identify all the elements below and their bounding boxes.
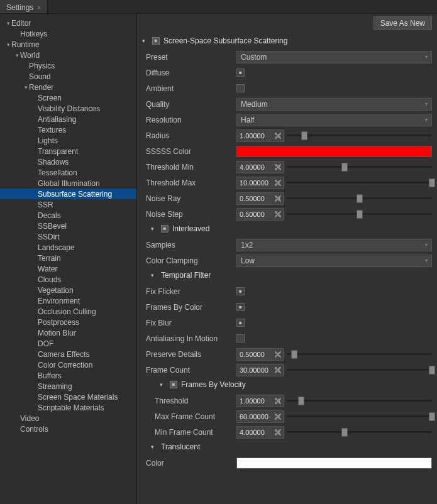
number-input[interactable]: 0.50000 <box>236 348 284 361</box>
sidebar-item-buffers[interactable]: Buffers <box>0 370 136 381</box>
select[interactable]: Medium▾ <box>236 98 432 111</box>
slider-thumb[interactable] <box>357 210 363 219</box>
slider[interactable] <box>287 192 432 205</box>
number-input[interactable]: 0.50000 <box>236 208 284 221</box>
slider[interactable] <box>287 426 432 439</box>
sidebar-item-color-correction[interactable]: Color Correction <box>0 359 136 370</box>
slider[interactable] <box>287 410 432 423</box>
sidebar-item-vegetation[interactable]: Vegetation <box>0 285 136 295</box>
checkbox[interactable] <box>236 334 245 342</box>
color-swatch[interactable] <box>236 146 432 157</box>
slider[interactable] <box>287 208 432 221</box>
sidebar-item-streaming[interactable]: Streaming <box>0 381 136 392</box>
close-icon[interactable]: × <box>37 4 41 11</box>
slider[interactable] <box>287 129 432 142</box>
slider-thumb[interactable] <box>291 350 297 359</box>
sidebar-item-textures[interactable]: Textures <box>0 124 136 135</box>
section-checkbox[interactable] <box>170 381 177 388</box>
sidebar-item-lights[interactable]: Lights <box>0 135 136 146</box>
sidebar-item-environment[interactable]: Environment <box>0 295 136 306</box>
sidebar-item-decals[interactable]: Decals <box>0 210 136 221</box>
sidebar-item-sound[interactable]: Sound <box>0 71 136 82</box>
section-header[interactable]: ▾Temporal Filter <box>142 268 432 283</box>
number-input[interactable]: 1.00000 <box>236 129 284 142</box>
sidebar-item-transparent[interactable]: Transparent <box>0 146 136 156</box>
sidebar-item-screen-space-materials[interactable]: Screen Space Materials <box>0 392 136 402</box>
section-header[interactable]: ▾Interleaved <box>142 222 432 237</box>
sidebar-item-motion-blur[interactable]: Motion Blur <box>0 327 136 338</box>
number-input[interactable]: 1.00000 <box>236 395 284 407</box>
sidebar-item-antialiasing[interactable]: Antialiasing <box>0 114 136 124</box>
select[interactable]: Low▾ <box>236 255 432 267</box>
section-sss-header[interactable]: ▾ Screen-Space Subsurface Scattering <box>142 34 432 49</box>
tree-label: Camera Effects <box>38 350 89 359</box>
drag-icon <box>275 195 281 202</box>
sidebar-item-world[interactable]: ▾World <box>0 50 136 60</box>
sidebar-item-physics[interactable]: Physics <box>0 60 136 71</box>
slider-thumb[interactable] <box>429 412 435 421</box>
slider-thumb[interactable] <box>341 163 348 172</box>
sidebar-item-shadows[interactable]: Shadows <box>0 156 136 167</box>
section-checkbox[interactable] <box>161 225 169 233</box>
sidebar-item-render[interactable]: ▾Render <box>0 82 136 92</box>
sidebar-item-clouds[interactable]: Clouds <box>0 274 136 285</box>
select[interactable]: Half▾ <box>236 114 432 126</box>
select[interactable]: Custom▾ <box>236 51 432 63</box>
sidebar-item-hotkeys[interactable]: Hotkeys <box>0 28 136 39</box>
slider[interactable] <box>287 177 432 189</box>
sidebar-item-subsurface-scattering[interactable]: Subsurface Scattering <box>0 189 136 199</box>
chevron-down-icon[interactable]: ▾ <box>142 38 148 44</box>
slider[interactable] <box>287 348 432 361</box>
slider-thumb[interactable] <box>301 131 307 140</box>
sidebar-item-terrain[interactable]: Terrain <box>0 253 136 263</box>
chevron-down-icon[interactable]: ▾ <box>151 226 157 232</box>
number-input[interactable]: 30.00000 <box>236 364 284 376</box>
sidebar-item-ssr[interactable]: SSR <box>0 199 136 210</box>
slider-thumb[interactable] <box>429 178 435 187</box>
checkbox[interactable] <box>236 287 245 295</box>
number-input[interactable]: 4.00000 <box>236 161 284 173</box>
sidebar-item-global-illumination[interactable]: Global Illumination <box>0 178 136 189</box>
sidebar-item-ssdirt[interactable]: SSDirt <box>0 231 136 242</box>
slider[interactable] <box>287 395 432 407</box>
sidebar-item-occlusion-culling[interactable]: Occlusion Culling <box>0 306 136 317</box>
number-input[interactable]: 60.00000 <box>236 410 284 423</box>
sidebar-item-editor[interactable]: ▾Editor <box>0 18 136 28</box>
sidebar-item-dof[interactable]: DOF <box>0 338 136 349</box>
slider-thumb[interactable] <box>298 397 304 405</box>
slider[interactable] <box>287 161 432 173</box>
checkbox[interactable] <box>236 319 245 327</box>
slider-thumb[interactable] <box>341 428 348 437</box>
chevron-down-icon[interactable]: ▾ <box>151 444 157 450</box>
checkbox[interactable] <box>236 68 245 77</box>
sidebar-item-water[interactable]: Water <box>0 263 136 274</box>
section-header[interactable]: ▾Frames By Velocity <box>142 378 432 393</box>
slider-thumb[interactable] <box>357 194 363 203</box>
color-swatch[interactable] <box>236 457 432 469</box>
sidebar-item-runtime[interactable]: ▾Runtime <box>0 39 136 50</box>
number-input[interactable]: 10.00000 <box>236 177 284 189</box>
section-checkbox[interactable] <box>152 37 160 45</box>
sidebar-item-video[interactable]: Video <box>0 413 136 424</box>
chevron-down-icon[interactable]: ▾ <box>151 272 157 278</box>
sidebar-item-postprocess[interactable]: Postprocess <box>0 317 136 327</box>
sidebar-item-controls[interactable]: Controls <box>0 424 136 434</box>
chevron-down-icon[interactable]: ▾ <box>160 381 166 388</box>
sidebar-item-ssbevel[interactable]: SSBevel <box>0 221 136 231</box>
save-as-new-button[interactable]: Save As New <box>373 16 432 30</box>
select[interactable]: 1x2▾ <box>236 239 432 251</box>
slider[interactable] <box>287 364 432 376</box>
sidebar-item-landscape[interactable]: Landscape <box>0 242 136 253</box>
sidebar-item-camera-effects[interactable]: Camera Effects <box>0 349 136 359</box>
slider-thumb[interactable] <box>429 366 435 375</box>
sidebar-item-visibility-distances[interactable]: Visibility Distances <box>0 103 136 114</box>
checkbox[interactable] <box>236 303 245 311</box>
number-input[interactable]: 4.00000 <box>236 426 284 439</box>
sidebar-item-tessellation[interactable]: Tessellation <box>0 167 136 178</box>
sidebar-item-scriptable-materials[interactable]: Scriptable Materials <box>0 402 136 413</box>
tab-settings[interactable]: Settings × <box>0 0 48 13</box>
section-header[interactable]: ▾Translucent <box>142 440 432 455</box>
checkbox[interactable] <box>236 84 245 92</box>
sidebar-item-screen[interactable]: Screen <box>0 92 136 103</box>
number-input[interactable]: 0.50000 <box>236 192 284 205</box>
